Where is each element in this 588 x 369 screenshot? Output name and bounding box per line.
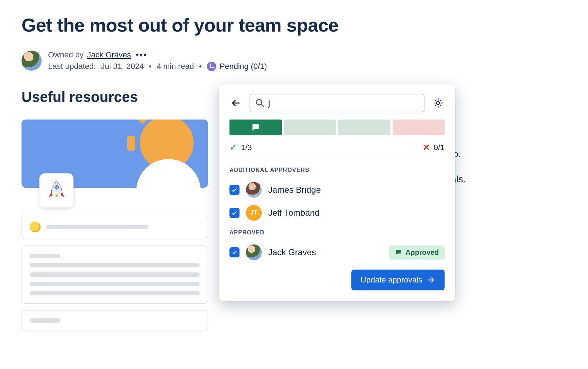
progress-segment-pending: [338, 120, 390, 135]
cloud-illustration: [136, 159, 201, 188]
approver-checkbox[interactable]: [229, 185, 240, 195]
search-input-field[interactable]: [268, 98, 419, 108]
back-button[interactable]: [229, 97, 242, 109]
wave-icon: [30, 221, 41, 232]
checkmark-icon: [231, 249, 238, 256]
approver-row: James Bridge: [229, 178, 445, 201]
owned-by-label: Owned by: [48, 50, 84, 60]
approval-progress-bar: [229, 120, 445, 135]
rejected-count: ✕ 0/1: [423, 143, 445, 153]
approver-avatar: [246, 182, 262, 198]
skeleton-line: [30, 254, 60, 258]
meta-line: Last updated: Jul 31, 2024 • 4 min read …: [48, 62, 267, 71]
additional-approvers-label: Additional Approvers: [229, 167, 445, 173]
preview-column: [22, 120, 208, 331]
checkmark-icon: [231, 210, 238, 216]
progress-segment-approved: [229, 120, 282, 135]
space-logo: [39, 173, 74, 207]
status-text: Pending (0/1): [220, 62, 267, 71]
approvals-popover: ✓ 1/3 ✕ 0/1 Additional Approvers James B…: [219, 84, 455, 301]
checkmark-icon: [231, 187, 238, 193]
page-title: Get the most out of your team space: [22, 14, 566, 36]
last-updated-value: Jul 31, 2024: [101, 62, 144, 71]
approved-section-label: Approved: [229, 229, 445, 236]
approver-checkbox[interactable]: [229, 208, 240, 218]
approver-search-input[interactable]: [250, 94, 425, 112]
x-icon: ✕: [423, 143, 430, 153]
owner-link[interactable]: Jack Graves: [87, 50, 131, 60]
progress-segment-pending: [284, 120, 336, 135]
approver-row: Jack Graves Approved: [229, 241, 445, 264]
skeleton-card-body: [22, 310, 208, 331]
clock-icon: [207, 62, 216, 71]
approver-avatar: [246, 244, 262, 260]
approver-avatar: JT: [246, 205, 262, 221]
skeleton-line: [30, 272, 200, 277]
update-approvals-button[interactable]: Update approvals: [351, 270, 445, 290]
svg-point-2: [437, 102, 440, 104]
approved-count: ✓ 1/3: [229, 142, 252, 153]
approver-row: JT Jeff Tomband: [229, 201, 445, 224]
approver-name: Jack Graves: [268, 247, 383, 257]
approver-checkbox[interactable]: [229, 247, 240, 257]
svg-point-0: [54, 185, 58, 189]
read-time: 4 min read: [157, 62, 194, 71]
comment-icon: [251, 123, 260, 132]
search-icon: [255, 98, 265, 108]
check-icon: ✓: [229, 142, 237, 153]
skeleton-line: [30, 263, 200, 267]
skeleton-line: [46, 225, 148, 229]
separator-dot: •: [149, 62, 152, 71]
approver-name: James Bridge: [268, 185, 445, 195]
gear-icon: [433, 98, 444, 108]
skeleton-line: [30, 291, 200, 295]
arrow-right-icon: [427, 276, 435, 284]
last-updated-label: Last updated:: [48, 62, 96, 71]
page-meta: Owned by Jack Graves ••• Last updated: J…: [22, 50, 566, 71]
approval-counts: ✓ 1/3 ✕ 0/1: [229, 142, 445, 159]
more-actions-button[interactable]: •••: [134, 50, 149, 60]
skeleton-card-body: [22, 246, 208, 304]
owner-line: Owned by Jack Graves •••: [48, 50, 267, 60]
skeleton-card-welcome: [22, 215, 208, 239]
approved-status-pill: Approved: [389, 246, 445, 260]
comment-icon: [395, 249, 402, 256]
owner-avatar[interactable]: [22, 51, 42, 71]
rocket-icon: [46, 180, 67, 201]
approval-status-badge[interactable]: Pending (0/1): [207, 62, 267, 71]
approver-name: Jeff Tomband: [268, 208, 445, 218]
settings-button[interactable]: [432, 97, 445, 109]
skeleton-line: [30, 282, 200, 286]
skeleton-line: [30, 318, 60, 323]
separator-dot: •: [199, 62, 202, 71]
progress-segment-rejected: [393, 120, 445, 135]
arrow-left-icon: [231, 98, 241, 108]
